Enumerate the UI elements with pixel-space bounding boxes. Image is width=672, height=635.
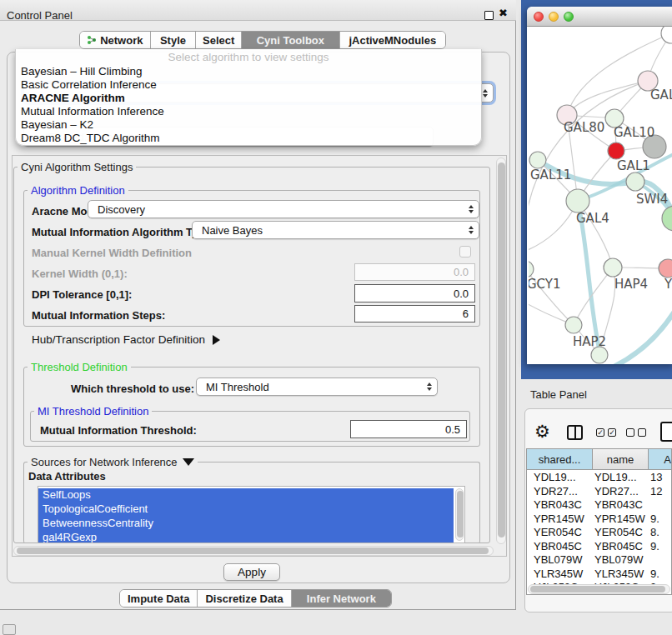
network-node-label: GCY1 xyxy=(529,277,561,292)
float-window-icon[interactable] xyxy=(484,11,494,20)
apply-button[interactable]: Apply xyxy=(223,563,280,581)
tab-discretize-data[interactable]: Discretize Data xyxy=(198,590,291,607)
network-tab-icon xyxy=(87,35,97,45)
table-cell: YPR145W xyxy=(534,512,592,527)
collapsed-panel-button[interactable] xyxy=(3,624,16,635)
tab-impute-data[interactable]: Impute Data xyxy=(120,590,198,607)
attribute-item[interactable]: TopologicalCoefficient xyxy=(38,502,454,517)
attribute-list-scrollbar[interactable] xyxy=(455,488,464,541)
network-node-gal1[interactable] xyxy=(608,142,624,159)
network-node[interactable] xyxy=(661,27,672,43)
gear-icon[interactable]: ⚙ xyxy=(534,422,550,440)
algorithm-option[interactable]: Basic Correlation Inference xyxy=(21,78,471,92)
table-row[interactable]: YDL19...YDL19...13 xyxy=(527,471,671,485)
network-graph[interactable]: GAL8GAL80GAL10GAL1GAL11SWI4GAL4GCY1HAP4Y… xyxy=(529,27,672,364)
control-panel-titlebar[interactable] xyxy=(0,0,516,21)
column-header-partial[interactable]: A xyxy=(649,449,672,470)
settings-vertical-scrollbar[interactable] xyxy=(496,158,506,544)
table-row[interactable]: YLR345WYLR345W9. xyxy=(527,568,671,582)
table-row[interactable]: YPR145WYPR145W9. xyxy=(527,512,671,527)
table-cell xyxy=(650,553,672,568)
tab-cyni-toolbox[interactable]: Cyni Toolbox xyxy=(242,32,339,48)
column-header-name[interactable]: name xyxy=(593,449,649,470)
network-node-gal4[interactable] xyxy=(566,189,589,212)
document-icon[interactable] xyxy=(660,422,672,442)
table-cell: 8. xyxy=(650,526,672,540)
network-node-label: SWI4 xyxy=(636,192,668,207)
network-node-gcy1[interactable] xyxy=(529,261,534,278)
network-node-gal11[interactable] xyxy=(529,152,546,168)
table-cell: YDL19... xyxy=(534,471,592,485)
mi-steps-field[interactable]: 6 xyxy=(354,305,475,322)
tab-network-label: Network xyxy=(100,34,143,47)
algorithm-option-selected[interactable]: ARACNE Algorithm xyxy=(21,92,471,105)
table-row[interactable]: YBL079WYBL079W xyxy=(527,553,671,568)
network-node-label: GAL4 xyxy=(576,211,609,226)
network-view-window[interactable]: GAL8GAL80GAL10GAL1GAL11SWI4GAL4GCY1HAP4Y… xyxy=(527,7,672,364)
manual-kernel-width-checkbox[interactable] xyxy=(459,246,471,258)
kernel-width-field[interactable]: 0.0 xyxy=(354,263,475,281)
algorithm-option[interactable]: Dream8 DC_TDC Algorithm xyxy=(21,132,471,145)
select-all-columns-icon[interactable]: ✓✓ xyxy=(596,428,616,437)
tab-network[interactable]: Network xyxy=(80,32,151,48)
column-header-shared-name[interactable]: shared... xyxy=(527,449,593,470)
table-row[interactable]: YER054CYER054C8. xyxy=(527,526,671,540)
settings-horizontal-scrollbar[interactable] xyxy=(13,546,494,556)
network-node-hap2[interactable] xyxy=(565,317,582,333)
aracne-mode-combobox[interactable]: Discovery xyxy=(88,200,479,218)
network-window-titlebar[interactable] xyxy=(527,7,672,27)
deselect-all-columns-icon[interactable] xyxy=(626,428,646,437)
table-row[interactable]: YBR045CYBR045C9. xyxy=(527,540,671,554)
network-edge[interactable] xyxy=(567,81,648,115)
which-threshold-combobox[interactable]: MI Threshold xyxy=(196,378,438,396)
tab-infer-network[interactable]: Infer Network xyxy=(292,590,391,607)
zoom-traffic-light-icon[interactable] xyxy=(564,12,574,22)
mi-threshold-label: Mutual Information Threshold: xyxy=(40,424,197,437)
algorithm-option[interactable]: Mutual Information Inference xyxy=(21,105,471,118)
sources-title[interactable]: Sources for Network Inference xyxy=(28,456,198,468)
algorithm-placeholder: Select algorithm to view settings xyxy=(16,51,481,63)
network-node[interactable] xyxy=(591,347,608,363)
mi-algorithm-type-combobox[interactable]: Naive Bayes xyxy=(192,221,479,239)
table-horizontal-scrollbar[interactable] xyxy=(528,584,670,594)
dpi-tolerance-field[interactable]: 0.0 xyxy=(354,284,475,302)
data-attributes-list[interactable]: gal4RGexpBetweennessCentralityTopologica… xyxy=(38,486,465,543)
table-cell: 9. xyxy=(650,512,672,527)
expanded-arrow-icon[interactable] xyxy=(183,458,194,466)
table-cell: YBL079W xyxy=(534,553,592,568)
table-cell: YDR27... xyxy=(534,485,592,499)
attribute-item[interactable]: gal4RGexp xyxy=(38,531,454,543)
hub-transcription-factor-section[interactable]: Hub/Transcription Factor Definition xyxy=(32,333,220,346)
algorithm-option[interactable]: Bayesian – Hill Climbing xyxy=(21,65,471,78)
tab-style[interactable]: Style xyxy=(151,32,197,48)
attribute-item[interactable]: SelfLoops xyxy=(38,488,454,502)
network-node-label: GAL1 xyxy=(617,158,650,173)
algorithm-dropdown-popup: Select algorithm to view settings Bayesi… xyxy=(15,49,482,146)
close-traffic-light-icon[interactable] xyxy=(534,12,544,22)
table-cell: 9. xyxy=(650,540,672,554)
network-node-swi4[interactable] xyxy=(626,172,644,191)
mi-algorithm-type-label: Mutual Information Algorithm Type: xyxy=(32,226,214,238)
node-table[interactable]: shared... name A YDL19...YDL19...13YDR27… xyxy=(526,448,672,595)
hub-section-label: Hub/Transcription Factor Definition xyxy=(32,333,205,346)
mi-threshold-field[interactable]: 0.5 xyxy=(350,420,467,438)
table-row[interactable]: YBR043CYBR043C xyxy=(527,498,671,512)
algorithm-option[interactable]: Bayesian – K2 xyxy=(21,118,471,132)
minimize-traffic-light-icon[interactable] xyxy=(549,12,559,22)
mi-threshold-definition-title: MI Threshold Definition xyxy=(34,405,152,418)
threshold-definition-title: Threshold Definition xyxy=(28,361,131,373)
network-node-hap4[interactable] xyxy=(604,258,622,277)
close-icon[interactable]: ✖ xyxy=(499,7,508,19)
kernel-width-label: Kernel Width (0,1): xyxy=(32,268,128,280)
network-edge-strong[interactable] xyxy=(610,310,672,364)
table-row[interactable]: YDR27...YDR27...12 xyxy=(527,485,671,499)
columns-icon[interactable] xyxy=(567,425,583,440)
combobox-stepper-icon xyxy=(427,382,432,391)
table-cell: YDL19... xyxy=(594,471,649,485)
network-node-y[interactable] xyxy=(659,259,672,278)
tab-jactivemnodules[interactable]: jActiveMNodules xyxy=(340,32,445,48)
attribute-item[interactable]: BetweennessCentrality xyxy=(38,517,454,531)
collapsed-arrow-icon[interactable] xyxy=(213,335,220,345)
network-node[interactable] xyxy=(662,206,672,231)
tab-select[interactable]: Select xyxy=(196,32,242,48)
